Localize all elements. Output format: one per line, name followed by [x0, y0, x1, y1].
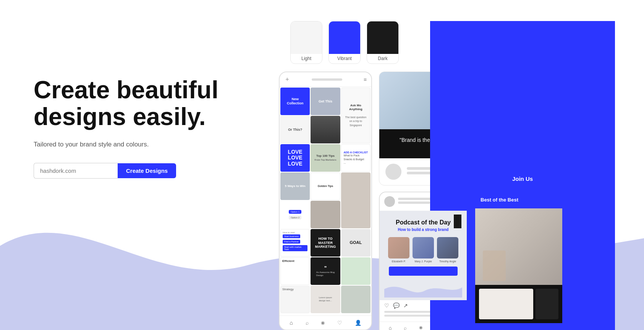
- profile-icon[interactable]: 👤: [355, 320, 361, 326]
- goal-text: GOAL: [348, 239, 363, 247]
- blog-blue-bar: Join Us: [430, 72, 528, 185]
- grid-cell-win: 5 Ways to Win: [280, 172, 310, 200]
- theme-dark-color: [367, 21, 398, 54]
- podcast-blue-bar: [389, 267, 458, 276]
- wave-decoration: [384, 280, 462, 299]
- story-col-dark: [536, 289, 558, 319]
- guest-3: Timothy Angle: [437, 237, 458, 263]
- story-phone-mock: Best of the Best: [474, 192, 563, 330]
- theme-vibrant-label: Vibrant: [337, 54, 352, 63]
- how-to-label: How to start: [283, 231, 295, 234]
- cell-text: 5 Ways to Win: [283, 183, 307, 190]
- grid-cell-efficient: Efficient: [280, 257, 310, 285]
- right-column: Join Us "Brand is the Story. Design is t…: [379, 72, 563, 330]
- search-icon[interactable]: ⌕: [306, 320, 309, 326]
- url-input[interactable]: hashdork.com: [34, 163, 118, 179]
- person-silhouette: [483, 250, 506, 281]
- start-business-btn: Start business: [283, 234, 300, 238]
- phone-topbar: ＋ ≡: [280, 72, 371, 87]
- grid-cell-woman: [311, 201, 340, 228]
- grid-cell-love: LOVELOVELOVE: [280, 144, 310, 172]
- podcast-content: Podcast of the Day How to build a strong…: [380, 211, 467, 300]
- add-icon[interactable]: ＋: [284, 75, 290, 83]
- story-blue-header: Best of the Best: [475, 192, 562, 208]
- cell-text: NewCollection: [285, 96, 305, 107]
- design-area: Light Vibrant Dark ＋ ≡: [279, 21, 615, 330]
- guest-1-name: Elizabeth P.: [392, 260, 406, 263]
- grid-cell-extra: [341, 286, 371, 313]
- grid-cell-goal: GOAL: [341, 229, 371, 257]
- home-icon[interactable]: ⌂: [389, 325, 392, 330]
- grid-cell-photo-tall: [341, 172, 371, 228]
- cell-text: Get This: [317, 98, 334, 105]
- theme-vibrant[interactable]: Vibrant: [328, 21, 361, 64]
- like-icon[interactable]: ♡: [384, 302, 389, 309]
- story-col-light: [479, 289, 533, 319]
- desc-text: Lorem ipsumdesign text...: [319, 296, 332, 302]
- heart-icon[interactable]: ♡: [337, 320, 342, 326]
- guest-2: Mary J. Purple: [413, 237, 434, 263]
- podcast-guests: Elizabeth P. Mary J. Purple Timothy Angl…: [384, 237, 462, 263]
- checklist-text: ADD A CHECKLISTWhat to PackSnacks & Budg…: [344, 151, 368, 165]
- share-icon[interactable]: ↗: [403, 302, 408, 309]
- best-of-label: Best of the Best: [481, 197, 518, 203]
- name-line-2: [398, 202, 430, 204]
- guest-3-img: [437, 237, 458, 258]
- grid-cell-golden: Golden Tips: [311, 172, 340, 200]
- option-2: Option 2: [289, 216, 301, 219]
- efficient-text: Efficient: [282, 259, 294, 263]
- blog-top: Join Us: [379, 72, 527, 129]
- cell-text: Top 100 TipsFrom Top Marketers: [313, 153, 338, 163]
- hero-subtitle: Tailored to your brand style and colours…: [34, 140, 232, 150]
- camera-icon[interactable]: ◉: [419, 325, 423, 330]
- grid-cell-checklist: ADD A CHECKLISTWhat to PackSnacks & Budg…: [341, 144, 371, 172]
- camera-icon[interactable]: ◉: [321, 320, 325, 325]
- quote-text: An Awesome MugDesign: [316, 271, 335, 277]
- grid-cell-how-to: How to start Start business Find a Partn…: [280, 229, 310, 257]
- cell-text: Or This?: [286, 126, 304, 133]
- hero-section: Create beautiful designs easily. Tailore…: [34, 76, 232, 179]
- page-wrapper: Create beautiful designs easily. Tailore…: [0, 0, 644, 330]
- create-designs-button[interactable]: Create Designs: [118, 163, 176, 178]
- theme-vibrant-color: [329, 21, 360, 54]
- grid-cell-desc: Lorem ipsumdesign text...: [311, 286, 340, 313]
- dark-accent: [454, 215, 461, 228]
- home-icon[interactable]: ⌂: [290, 320, 293, 326]
- theme-light[interactable]: Light: [290, 21, 322, 64]
- phone-bottombar: ⌂ ⌕ ◉ ♡ 👤: [280, 315, 371, 330]
- guest-2-name: Mary J. Purple: [414, 260, 432, 263]
- theme-light-label: Light: [301, 54, 311, 63]
- phone-mock: ＋ ≡ NewCollection Get This Ask MoAnythin…: [279, 72, 372, 330]
- grid-cell-options: Option 1 Option 2: [280, 201, 310, 228]
- guest-1-img: [388, 237, 409, 258]
- theme-dark[interactable]: Dark: [367, 21, 399, 64]
- blog-card: Join Us "Brand is the Story. Design is t…: [379, 72, 528, 185]
- cta-input-row: hashdork.com Create Designs: [34, 163, 232, 179]
- find-partner-btn: Find a Partner: [283, 240, 300, 244]
- menu-icon[interactable]: ≡: [364, 76, 367, 83]
- start-marketing-btn: Start with market. Task: [283, 245, 307, 251]
- theme-dark-label: Dark: [378, 54, 387, 63]
- join-us-label: Join Us: [512, 176, 528, 182]
- grid-cell-new-collection: NewCollection: [280, 88, 310, 115]
- grid-cell-or-this: Or This?: [280, 116, 310, 143]
- story-content: Best of the Best: [475, 192, 562, 323]
- marketing-text: HOW TOMASTERMARKETING: [314, 235, 338, 250]
- hero-title: Create beautiful designs easily.: [34, 76, 232, 130]
- guest-3-name: Timothy Angle: [439, 260, 456, 263]
- grid-cell-quote: " An Awesome MugDesign: [311, 257, 340, 285]
- guest-1: Elizabeth P.: [388, 237, 409, 263]
- podcast-title: Podcast of the Day: [384, 219, 462, 226]
- ask-text: Ask MoAnythingThe best questionon a trip…: [345, 104, 367, 127]
- option-1: Option 1: [289, 210, 301, 214]
- search-icon[interactable]: ⌕: [404, 325, 407, 330]
- story-bottom-dark: [475, 285, 562, 323]
- cell-text: Golden Tips: [316, 183, 335, 189]
- grid-cell-strategy: Strategy: [280, 286, 310, 313]
- grid-cell-marketing: HOW TOMASTERMARKETING: [311, 229, 340, 257]
- grid-cell-ask: Ask MoAnythingThe best questionon a trip…: [341, 88, 371, 143]
- grid-cell-arch: [311, 116, 340, 143]
- grid-cell-get-this: Get This: [311, 88, 340, 115]
- podcast-inner: Podcast of the Day How to build a strong…: [380, 211, 467, 300]
- comment-icon[interactable]: 💬: [393, 302, 400, 309]
